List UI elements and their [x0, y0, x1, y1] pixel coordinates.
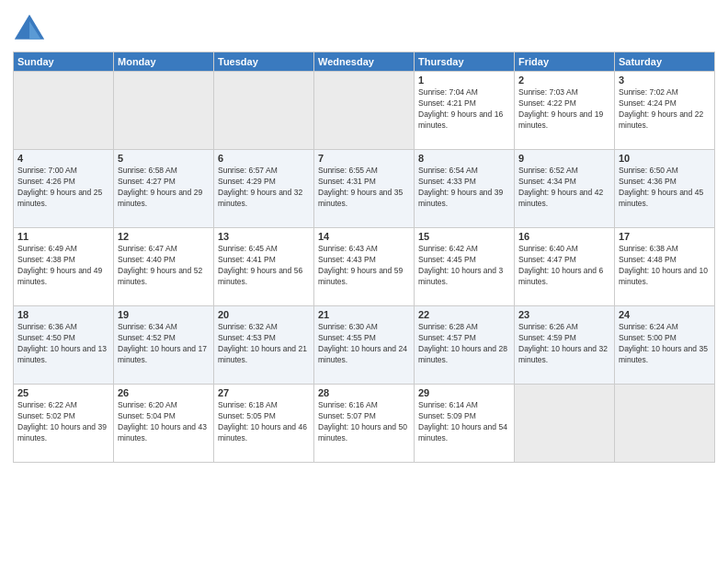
day-number: 18: [17, 309, 109, 320]
day-number: 20: [218, 309, 310, 320]
weekday-header: Tuesday: [214, 52, 314, 72]
day-number: 29: [418, 387, 510, 398]
calendar-week-row: 1Sunrise: 7:04 AMSunset: 4:21 PMDaylight…: [14, 72, 715, 150]
calendar-cell: 17Sunrise: 6:38 AMSunset: 4:48 PMDayligh…: [615, 228, 715, 306]
day-info: Sunrise: 6:47 AMSunset: 4:40 PMDaylight:…: [118, 244, 210, 288]
day-number: 28: [318, 387, 410, 398]
calendar-cell: 8Sunrise: 6:54 AMSunset: 4:33 PMDaylight…: [415, 150, 515, 228]
calendar-cell: 19Sunrise: 6:34 AMSunset: 4:52 PMDayligh…: [114, 306, 214, 385]
day-number: 5: [118, 153, 210, 164]
day-number: 7: [318, 153, 410, 164]
calendar-cell: 2Sunrise: 7:03 AMSunset: 4:22 PMDaylight…: [515, 72, 615, 150]
day-number: 27: [218, 387, 310, 398]
day-info: Sunrise: 6:18 AMSunset: 5:05 PMDaylight:…: [218, 400, 310, 444]
day-info: Sunrise: 6:57 AMSunset: 4:29 PMDaylight:…: [218, 166, 310, 210]
calendar-cell: 14Sunrise: 6:43 AMSunset: 4:43 PMDayligh…: [314, 228, 415, 306]
day-number: 6: [218, 153, 310, 164]
header: [13, 9, 715, 46]
day-number: 21: [318, 309, 410, 320]
calendar-cell: 10Sunrise: 6:50 AMSunset: 4:36 PMDayligh…: [615, 150, 715, 228]
day-number: 24: [619, 309, 711, 320]
day-number: 12: [118, 231, 210, 242]
calendar-cell: 9Sunrise: 6:52 AMSunset: 4:34 PMDaylight…: [515, 150, 615, 228]
day-info: Sunrise: 6:34 AMSunset: 4:52 PMDaylight:…: [118, 322, 210, 366]
calendar-cell: 27Sunrise: 6:18 AMSunset: 5:05 PMDayligh…: [214, 385, 314, 463]
calendar-cell: 29Sunrise: 6:14 AMSunset: 5:09 PMDayligh…: [415, 385, 515, 463]
day-info: Sunrise: 6:58 AMSunset: 4:27 PMDaylight:…: [118, 166, 210, 210]
day-number: 17: [619, 231, 711, 242]
logo-icon: [13, 13, 46, 46]
day-number: 11: [17, 231, 109, 242]
day-number: 26: [118, 387, 210, 398]
calendar-cell: 20Sunrise: 6:32 AMSunset: 4:53 PMDayligh…: [214, 306, 314, 385]
calendar-cell: 23Sunrise: 6:26 AMSunset: 4:59 PMDayligh…: [515, 306, 615, 385]
day-info: Sunrise: 7:02 AMSunset: 4:24 PMDaylight:…: [619, 87, 711, 132]
weekday-header: Wednesday: [314, 52, 415, 72]
day-info: Sunrise: 6:24 AMSunset: 5:00 PMDaylight:…: [619, 322, 711, 366]
day-info: Sunrise: 6:55 AMSunset: 4:31 PMDaylight:…: [318, 166, 410, 210]
weekday-header: Thursday: [415, 52, 515, 72]
day-info: Sunrise: 6:52 AMSunset: 4:34 PMDaylight:…: [518, 166, 610, 210]
day-info: Sunrise: 6:49 AMSunset: 4:38 PMDaylight:…: [17, 244, 109, 288]
weekday-header: Saturday: [615, 52, 715, 72]
calendar-cell: 28Sunrise: 6:16 AMSunset: 5:07 PMDayligh…: [314, 385, 415, 463]
day-info: Sunrise: 6:22 AMSunset: 5:02 PMDaylight:…: [17, 400, 109, 444]
logo: [13, 13, 48, 46]
day-number: 10: [619, 153, 711, 164]
day-info: Sunrise: 6:54 AMSunset: 4:33 PMDaylight:…: [418, 166, 510, 210]
day-info: Sunrise: 6:43 AMSunset: 4:43 PMDaylight:…: [318, 244, 410, 288]
day-info: Sunrise: 6:42 AMSunset: 4:45 PMDaylight:…: [418, 244, 510, 288]
calendar-cell: 5Sunrise: 6:58 AMSunset: 4:27 PMDaylight…: [114, 150, 214, 228]
calendar-cell: 16Sunrise: 6:40 AMSunset: 4:47 PMDayligh…: [515, 228, 615, 306]
day-number: 1: [418, 75, 510, 86]
day-info: Sunrise: 6:38 AMSunset: 4:48 PMDaylight:…: [619, 244, 711, 288]
calendar: SundayMondayTuesdayWednesdayThursdayFrid…: [13, 52, 715, 463]
day-number: 4: [17, 153, 109, 164]
calendar-cell: 12Sunrise: 6:47 AMSunset: 4:40 PMDayligh…: [114, 228, 214, 306]
calendar-cell: [214, 72, 314, 150]
day-info: Sunrise: 7:00 AMSunset: 4:26 PMDaylight:…: [17, 166, 109, 210]
day-info: Sunrise: 6:45 AMSunset: 4:41 PMDaylight:…: [218, 244, 310, 288]
calendar-week-row: 11Sunrise: 6:49 AMSunset: 4:38 PMDayligh…: [14, 228, 715, 306]
calendar-cell: 22Sunrise: 6:28 AMSunset: 4:57 PMDayligh…: [415, 306, 515, 385]
calendar-cell: 15Sunrise: 6:42 AMSunset: 4:45 PMDayligh…: [415, 228, 515, 306]
day-info: Sunrise: 6:50 AMSunset: 4:36 PMDaylight:…: [619, 166, 711, 210]
day-number: 25: [17, 387, 109, 398]
day-info: Sunrise: 6:30 AMSunset: 4:55 PMDaylight:…: [318, 322, 410, 366]
day-info: Sunrise: 7:03 AMSunset: 4:22 PMDaylight:…: [518, 87, 610, 132]
weekday-header: Friday: [515, 52, 615, 72]
calendar-cell: 7Sunrise: 6:55 AMSunset: 4:31 PMDaylight…: [314, 150, 415, 228]
day-info: Sunrise: 6:20 AMSunset: 5:04 PMDaylight:…: [118, 400, 210, 444]
day-info: Sunrise: 6:26 AMSunset: 4:59 PMDaylight:…: [518, 322, 610, 366]
weekday-header-row: SundayMondayTuesdayWednesdayThursdayFrid…: [14, 52, 715, 72]
calendar-cell: 25Sunrise: 6:22 AMSunset: 5:02 PMDayligh…: [14, 385, 114, 463]
calendar-cell: 4Sunrise: 7:00 AMSunset: 4:26 PMDaylight…: [14, 150, 114, 228]
day-info: Sunrise: 6:36 AMSunset: 4:50 PMDaylight:…: [17, 322, 109, 366]
day-number: 9: [518, 153, 610, 164]
day-number: 8: [418, 153, 510, 164]
day-number: 14: [318, 231, 410, 242]
day-number: 16: [518, 231, 610, 242]
day-info: Sunrise: 6:14 AMSunset: 5:09 PMDaylight:…: [418, 400, 510, 444]
calendar-cell: 1Sunrise: 7:04 AMSunset: 4:21 PMDaylight…: [415, 72, 515, 150]
calendar-cell: 26Sunrise: 6:20 AMSunset: 5:04 PMDayligh…: [114, 385, 214, 463]
day-number: 13: [218, 231, 310, 242]
day-info: Sunrise: 6:28 AMSunset: 4:57 PMDaylight:…: [418, 322, 510, 366]
calendar-cell: 11Sunrise: 6:49 AMSunset: 4:38 PMDayligh…: [14, 228, 114, 306]
page: SundayMondayTuesdayWednesdayThursdayFrid…: [0, 0, 728, 563]
calendar-cell: [114, 72, 214, 150]
day-number: 2: [518, 75, 610, 86]
calendar-cell: 13Sunrise: 6:45 AMSunset: 4:41 PMDayligh…: [214, 228, 314, 306]
day-number: 15: [418, 231, 510, 242]
weekday-header: Monday: [114, 52, 214, 72]
calendar-week-row: 25Sunrise: 6:22 AMSunset: 5:02 PMDayligh…: [14, 385, 715, 463]
calendar-week-row: 18Sunrise: 6:36 AMSunset: 4:50 PMDayligh…: [14, 306, 715, 385]
day-number: 23: [518, 309, 610, 320]
day-info: Sunrise: 6:40 AMSunset: 4:47 PMDaylight:…: [518, 244, 610, 288]
weekday-header: Sunday: [14, 52, 114, 72]
calendar-cell: 18Sunrise: 6:36 AMSunset: 4:50 PMDayligh…: [14, 306, 114, 385]
day-number: 3: [619, 75, 711, 86]
calendar-week-row: 4Sunrise: 7:00 AMSunset: 4:26 PMDaylight…: [14, 150, 715, 228]
calendar-cell: [314, 72, 415, 150]
calendar-cell: [515, 385, 615, 463]
